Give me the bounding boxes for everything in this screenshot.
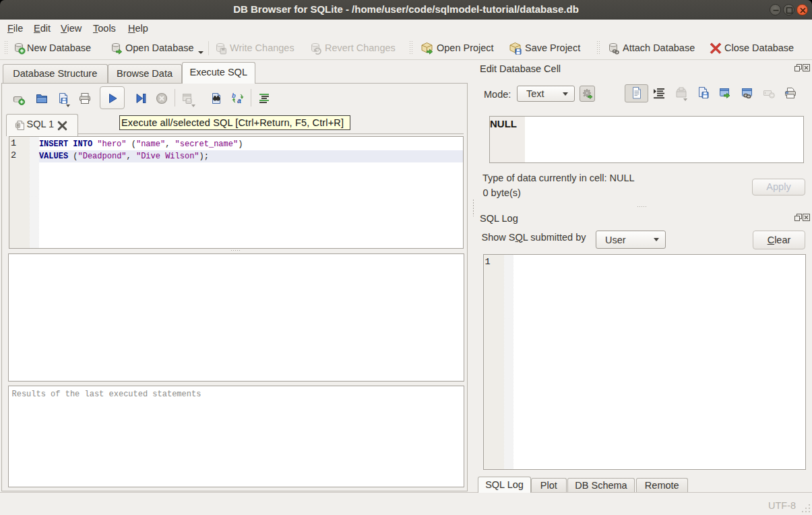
svg-text:a: a (237, 96, 241, 104)
